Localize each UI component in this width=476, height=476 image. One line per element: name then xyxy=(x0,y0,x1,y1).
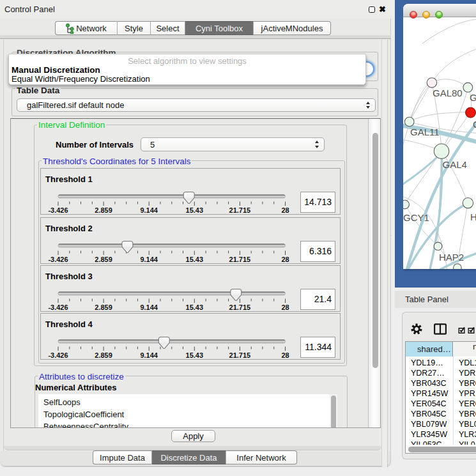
svg-text:GAL4: GAL4 xyxy=(443,159,467,170)
svg-text:GAL80: GAL80 xyxy=(433,88,463,98)
svg-text:GAL11: GAL11 xyxy=(410,127,440,137)
svg-text:GA: GA xyxy=(470,92,476,103)
svg-text:HAP2: HAP2 xyxy=(439,252,464,263)
svg-text:GCY1: GCY1 xyxy=(403,212,429,223)
svg-text:C: C xyxy=(473,119,476,130)
svg-text:H: H xyxy=(470,211,476,222)
